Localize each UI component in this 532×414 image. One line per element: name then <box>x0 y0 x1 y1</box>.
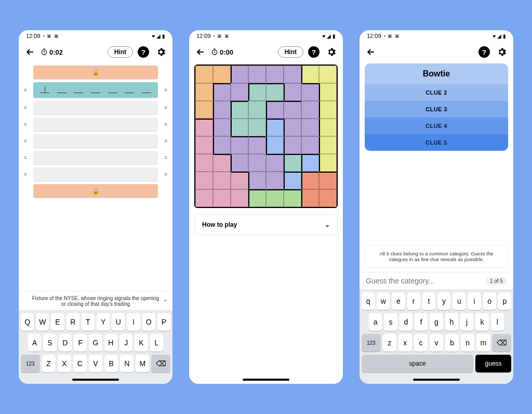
grid-cell[interactable] <box>213 66 231 83</box>
key-b[interactable]: B <box>104 355 118 372</box>
grid-cell[interactable] <box>213 101 231 119</box>
grid-cell[interactable] <box>301 83 319 101</box>
grid-cell[interactable] <box>231 189 248 207</box>
puzzle-grid[interactable] <box>194 64 338 208</box>
word-row[interactable]: == <box>24 82 167 98</box>
key-z[interactable]: Z <box>42 355 56 372</box>
grid-cell[interactable] <box>195 66 213 83</box>
key-p[interactable]: p <box>498 292 511 310</box>
grid-cell[interactable] <box>231 172 248 189</box>
key-f[interactable]: f <box>415 313 428 331</box>
key-d[interactable]: D <box>59 334 72 352</box>
grid-cell[interactable] <box>266 66 284 83</box>
key-k[interactable]: k <box>475 313 488 331</box>
key-o[interactable]: o <box>483 292 496 310</box>
key-m[interactable]: M <box>136 355 149 372</box>
key-h[interactable]: H <box>104 334 117 352</box>
grid-cell[interactable] <box>284 172 301 189</box>
word-row[interactable]: == <box>24 118 167 131</box>
grid-cell[interactable] <box>301 189 319 207</box>
grid-cell[interactable] <box>231 101 248 119</box>
drag-handle-icon[interactable]: = <box>164 105 167 111</box>
grid-cell[interactable] <box>284 101 301 119</box>
grid-cell[interactable] <box>231 83 248 101</box>
grid-cell[interactable] <box>213 172 231 189</box>
clue-revealed[interactable]: Bowtie <box>365 63 508 84</box>
grid-cell[interactable] <box>301 172 319 189</box>
grid-cell[interactable] <box>284 119 301 136</box>
how-to-play-toggle[interactable]: How to play ⌄ <box>194 214 338 235</box>
grid-cell[interactable] <box>213 119 231 136</box>
grid-cell[interactable] <box>213 189 231 207</box>
grid-cell[interactable] <box>248 119 266 136</box>
word-row[interactable]: == <box>24 151 167 164</box>
grid-cell[interactable] <box>284 154 301 172</box>
back-button[interactable] <box>193 45 208 59</box>
key-o[interactable]: O <box>142 313 155 331</box>
settings-button[interactable] <box>324 45 339 59</box>
key-r[interactable]: r <box>407 292 420 310</box>
grid-cell[interactable] <box>213 83 231 101</box>
key-t[interactable]: T <box>82 313 95 331</box>
grid-cell[interactable] <box>301 66 319 83</box>
grid-cell[interactable] <box>248 83 266 101</box>
key-n[interactable]: N <box>120 355 134 372</box>
grid-cell[interactable] <box>248 189 266 207</box>
word-row[interactable]: == <box>24 167 167 181</box>
key-d[interactable]: d <box>400 313 413 331</box>
key-space[interactable]: space <box>362 355 473 372</box>
key-h[interactable]: h <box>445 313 458 331</box>
grid-cell[interactable] <box>195 154 213 172</box>
grid-cell[interactable] <box>319 66 337 83</box>
grid-cell[interactable] <box>195 83 213 101</box>
word-row[interactable]: == <box>24 101 167 114</box>
key-c[interactable]: c <box>414 334 428 352</box>
drag-handle-icon[interactable]: = <box>24 122 27 127</box>
help-button[interactable]: ? <box>477 45 491 59</box>
clue-hidden[interactable]: CLUE 4 <box>365 118 508 134</box>
drag-handle-icon[interactable]: = <box>24 105 27 111</box>
key-b[interactable]: b <box>445 334 459 352</box>
key-w[interactable]: w <box>377 292 390 310</box>
key-a[interactable]: a <box>369 313 382 331</box>
grid-cell[interactable] <box>231 136 248 154</box>
grid-cell[interactable] <box>301 101 319 119</box>
key-u[interactable]: u <box>453 292 466 310</box>
key-s[interactable]: S <box>43 334 56 352</box>
clue-hidden[interactable]: CLUE 3 <box>365 101 508 118</box>
key-v[interactable]: v <box>430 334 443 352</box>
key-backspace[interactable]: ⌫ <box>492 334 511 352</box>
drag-handle-icon[interactable]: = <box>24 172 27 177</box>
key-numbers[interactable]: 123 <box>21 355 40 372</box>
hint-button[interactable]: Hint <box>108 46 133 58</box>
key-l[interactable]: L <box>150 334 163 352</box>
key-i[interactable]: I <box>127 313 140 331</box>
guess-input[interactable] <box>366 277 486 285</box>
key-g[interactable]: g <box>430 313 443 331</box>
key-l[interactable]: l <box>491 313 504 331</box>
back-button[interactable] <box>364 45 378 59</box>
word-row[interactable]: == <box>24 134 167 148</box>
clue-hidden[interactable]: CLUE 2 <box>365 84 508 101</box>
key-j[interactable]: J <box>119 334 132 352</box>
grid-cell[interactable] <box>301 154 319 172</box>
grid-cell[interactable] <box>301 136 319 154</box>
key-v[interactable]: V <box>89 355 102 372</box>
grid-cell[interactable] <box>266 136 284 154</box>
key-backspace[interactable]: ⌫ <box>151 355 170 372</box>
settings-button[interactable] <box>495 45 509 59</box>
back-button[interactable] <box>23 45 37 59</box>
key-e[interactable]: E <box>51 313 64 331</box>
grid-cell[interactable] <box>266 83 284 101</box>
clue-hidden[interactable]: CLUE 5 <box>365 134 508 151</box>
key-w[interactable]: W <box>36 313 49 331</box>
drag-handle-icon[interactable]: = <box>164 122 167 127</box>
grid-cell[interactable] <box>266 172 284 189</box>
grid-cell[interactable] <box>248 136 266 154</box>
key-guess[interactable]: guess <box>475 355 511 372</box>
grid-cell[interactable] <box>319 154 337 172</box>
grid-cell[interactable] <box>248 101 266 119</box>
key-a[interactable]: A <box>28 334 41 352</box>
key-numbers[interactable]: 123 <box>362 334 381 352</box>
grid-cell[interactable] <box>195 189 213 207</box>
